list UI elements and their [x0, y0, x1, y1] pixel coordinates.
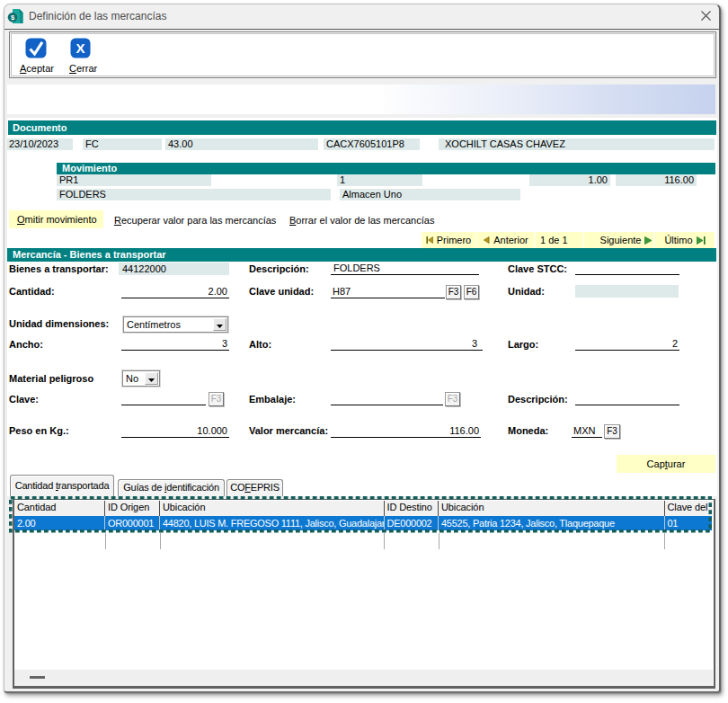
- svg-text:X: X: [75, 40, 84, 56]
